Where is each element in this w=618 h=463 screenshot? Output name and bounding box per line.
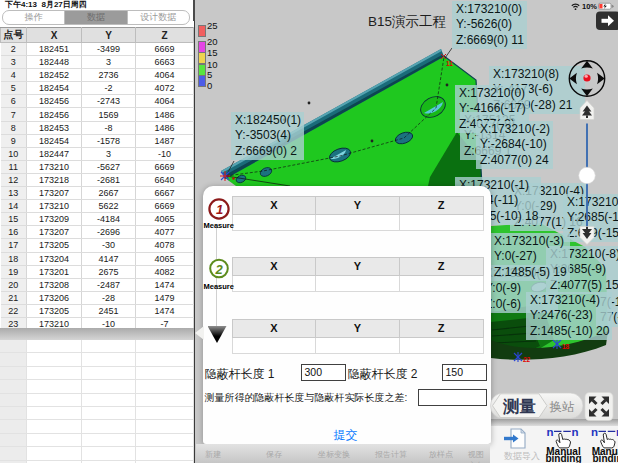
svg-text:测量: 测量 <box>502 397 536 416</box>
svg-text:n: n <box>572 426 579 438</box>
svg-text:10%: 10% <box>582 2 597 11</box>
svg-text:n: n <box>547 426 554 438</box>
svg-text:换站: 换站 <box>550 400 576 414</box>
svg-text:n: n <box>591 426 598 438</box>
